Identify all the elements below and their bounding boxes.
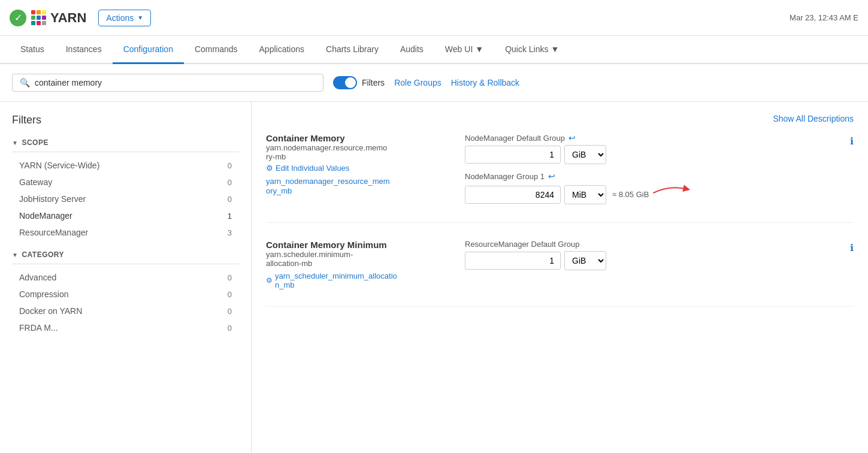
scope-divider <box>12 152 239 152</box>
category-chevron-icon: ▼ <box>12 252 18 258</box>
search-icon: 🔍 <box>20 78 30 87</box>
search-area: 🔍 Filters Role Groups History & Rollback <box>0 64 868 102</box>
value-input-group-nm-group1: MiB GiB TiB ≈ 8.05 GiB <box>465 183 831 206</box>
header-timestamp: Mar 23, 12:43 AM E <box>790 13 858 22</box>
config-item-container-memory: Container Memory yarn.nodemanager.resour… <box>266 133 854 223</box>
undo-icon-nm-group1[interactable]: ↩ <box>548 171 555 181</box>
unit-select-rm-default[interactable]: GiB MiB TiB <box>564 251 606 270</box>
status-check-icon: ✓ <box>10 10 26 26</box>
app-logo: ✓ YARN <box>10 10 91 26</box>
category-section: ▼ Category Advanced 0 Compression 0 Dock… <box>12 250 239 336</box>
config-key-link-container-memory[interactable]: yarn_nodemanager_resource_memory_mb <box>266 177 390 195</box>
config-key-container-memory-minimum: yarn.scheduler.minimum-allocation-mb <box>266 250 446 268</box>
config-item-title-container-memory-minimum: Container Memory Minimum <box>266 240 446 250</box>
app-title: YARN <box>50 10 86 26</box>
value-input-nm-group1[interactable] <box>465 186 561 204</box>
value-input-nm-default[interactable] <box>465 146 561 164</box>
filters-toggle-switch[interactable] <box>333 76 357 89</box>
value-input-group-nm-default: GiB MiB TiB <box>465 145 831 164</box>
value-row-label-nm-group1: NodeManager Group 1 ↩ <box>465 171 831 181</box>
category-item-advanced[interactable]: Advanced 0 <box>12 269 239 286</box>
scope-item-gateway[interactable]: Gateway 0 <box>12 174 239 191</box>
sidebar-title: Filters <box>12 114 239 126</box>
red-arrow-icon <box>652 178 694 211</box>
gear-icon-minimum: ⚙ <box>266 276 273 285</box>
filters-sidebar: Filters ▼ Scope YARN (Service-Wide) 0 Ga… <box>0 102 252 453</box>
config-key-link-container-memory-minimum[interactable]: yarn_scheduler_minimum_allocation_mb <box>275 271 397 289</box>
tab-audits[interactable]: Audits <box>389 36 434 64</box>
config-right-container-memory-minimum: ResourceManager Default Group GiB MiB Ti… <box>465 240 831 289</box>
config-key-container-memory: yarn.nodemanager.resource.memory-mb <box>266 143 446 161</box>
scope-item-nodemanager[interactable]: NodeManager 1 <box>12 207 239 224</box>
unit-select-nm-default[interactable]: GiB MiB TiB <box>564 145 606 164</box>
web-ui-chevron-icon: ▼ <box>475 44 483 54</box>
config-left-container-memory-minimum: Container Memory Minimum yarn.scheduler.… <box>266 240 446 289</box>
value-input-group-rm-default: GiB MiB TiB <box>465 251 831 270</box>
config-right-container-memory: NodeManager Default Group ↩ GiB MiB TiB <box>465 133 831 206</box>
category-item-frda[interactable]: FRDA M... 0 <box>12 319 239 336</box>
actions-chevron-icon: ▼ <box>137 14 143 21</box>
config-panel: Show All Descriptions Container Memory y… <box>252 102 868 453</box>
scope-section: ▼ Scope YARN (Service-Wide) 0 Gateway 0 … <box>12 138 239 241</box>
scope-item-yarn-service-wide[interactable]: YARN (Service-Wide) 0 <box>12 157 239 174</box>
config-body-container-memory: Container Memory yarn.nodemanager.resour… <box>266 133 854 206</box>
category-section-header[interactable]: ▼ Category <box>12 250 239 259</box>
app-header: ✓ YARN Actions ▼ Mar 23, 12:43 AM E <box>0 0 868 36</box>
unit-select-nm-group1[interactable]: MiB GiB TiB <box>564 185 606 204</box>
tab-applications[interactable]: Applications <box>249 36 316 64</box>
tab-instances[interactable]: Instances <box>55 36 113 64</box>
config-left-container-memory: Container Memory yarn.nodemanager.resour… <box>266 133 446 206</box>
tab-charts-library[interactable]: Charts Library <box>315 36 389 64</box>
config-body-container-memory-minimum: Container Memory Minimum yarn.scheduler.… <box>266 240 854 289</box>
info-icon-container-memory-minimum[interactable]: ℹ <box>850 243 854 253</box>
approx-value-nm-group1: ≈ 8.05 GiB <box>612 190 649 199</box>
category-item-docker-on-yarn[interactable]: Docker on YARN 0 <box>12 303 239 319</box>
info-icon-container-memory[interactable]: ℹ <box>850 136 854 146</box>
value-rows-container-memory-minimum: ResourceManager Default Group GiB MiB Ti… <box>465 240 831 270</box>
value-row-label-nm-default: NodeManager Default Group ↩ <box>465 133 831 143</box>
search-box: 🔍 <box>12 74 323 92</box>
main-content: Filters ▼ Scope YARN (Service-Wide) 0 Ga… <box>0 102 868 453</box>
search-input[interactable] <box>35 78 316 87</box>
actions-button[interactable]: Actions ▼ <box>98 10 151 26</box>
filters-toggle: Filters <box>333 76 385 89</box>
tab-configuration[interactable]: Configuration <box>113 36 184 64</box>
value-row-nm-group1: NodeManager Group 1 ↩ MiB GiB TiB <box>465 171 831 206</box>
config-item-title-container-memory: Container Memory <box>266 133 446 143</box>
tab-commands[interactable]: Commands <box>184 36 249 64</box>
config-item-container-memory-minimum: Container Memory Minimum yarn.scheduler.… <box>266 240 854 307</box>
value-input-rm-default[interactable] <box>465 252 561 270</box>
show-all-descriptions-link[interactable]: Show All Descriptions <box>773 114 854 123</box>
scope-item-jobhistory-server[interactable]: JobHistory Server 0 <box>12 191 239 207</box>
app-grid-icon <box>31 10 46 25</box>
show-all-descriptions-area: Show All Descriptions <box>266 114 854 123</box>
toggle-knob <box>345 77 356 88</box>
edit-individual-values-link[interactable]: ⚙ Edit Individual Values <box>266 164 446 173</box>
scope-item-resourcemanager[interactable]: ResourceManager 3 <box>12 224 239 241</box>
tab-web-ui[interactable]: Web UI ▼ <box>434 36 494 64</box>
tab-status[interactable]: Status <box>10 36 55 64</box>
value-row-rm-default: ResourceManager Default Group GiB MiB Ti… <box>465 240 831 270</box>
quick-links-chevron-icon: ▼ <box>551 44 559 54</box>
nav-tabs: Status Instances Configuration Commands … <box>0 36 868 64</box>
undo-icon-nm-default[interactable]: ↩ <box>568 133 576 143</box>
tab-quick-links[interactable]: Quick Links ▼ <box>494 36 570 64</box>
scope-section-header[interactable]: ▼ Scope <box>12 138 239 147</box>
role-groups-link[interactable]: Role Groups <box>394 78 441 87</box>
scope-chevron-icon: ▼ <box>12 140 18 146</box>
history-rollback-link[interactable]: History & Rollback <box>451 78 519 87</box>
value-row-label-rm-default: ResourceManager Default Group <box>465 240 831 249</box>
value-row-nm-default: NodeManager Default Group ↩ GiB MiB TiB <box>465 133 831 164</box>
value-rows-container-memory: NodeManager Default Group ↩ GiB MiB TiB <box>465 133 831 206</box>
gear-icon: ⚙ <box>266 164 273 173</box>
category-item-compression[interactable]: Compression 0 <box>12 286 239 303</box>
category-divider <box>12 264 239 264</box>
filters-label: Filters <box>362 78 385 87</box>
